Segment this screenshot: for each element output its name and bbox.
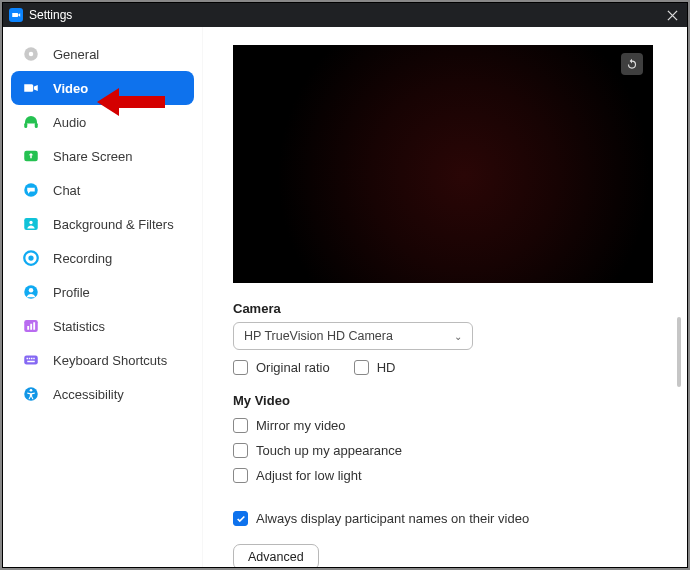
checkbox-icon xyxy=(233,360,248,375)
svg-rect-19 xyxy=(31,358,33,360)
sidebar-item-keyboard[interactable]: Keyboard Shortcuts xyxy=(11,343,194,377)
window-title: Settings xyxy=(29,8,72,22)
checkbox-icon xyxy=(233,468,248,483)
sidebar-item-general[interactable]: General xyxy=(11,37,194,71)
rotate-camera-button[interactable] xyxy=(621,53,643,75)
checkbox-label: Adjust for low light xyxy=(256,468,362,483)
close-button[interactable] xyxy=(663,6,681,24)
original-ratio-checkbox[interactable]: Original ratio xyxy=(233,360,330,375)
svg-rect-16 xyxy=(24,356,38,365)
camera-section-label: Camera xyxy=(233,301,657,316)
gear-icon xyxy=(21,44,41,64)
sidebar-item-label: Profile xyxy=(53,285,90,300)
checkbox-label: Touch up my appearance xyxy=(256,443,402,458)
hd-checkbox[interactable]: HD xyxy=(354,360,396,375)
svg-point-1 xyxy=(29,52,34,57)
svg-rect-20 xyxy=(33,358,35,360)
sidebar-item-chat[interactable]: Chat xyxy=(11,173,194,207)
svg-point-11 xyxy=(29,288,34,293)
svg-point-23 xyxy=(30,389,33,392)
checkbox-label: HD xyxy=(377,360,396,375)
sidebar-item-label: Video xyxy=(53,81,88,96)
svg-rect-17 xyxy=(27,358,29,360)
titlebar: Settings xyxy=(3,3,687,27)
camera-select[interactable]: HP TrueVision HD Camera ⌄ xyxy=(233,322,473,350)
checkbox-label: Original ratio xyxy=(256,360,330,375)
sidebar: General Video Audio Share Screen xyxy=(3,27,203,567)
app-icon xyxy=(9,8,23,22)
statistics-icon xyxy=(21,316,41,336)
chevron-down-icon: ⌄ xyxy=(454,331,462,342)
camera-select-value: HP TrueVision HD Camera xyxy=(244,329,393,343)
svg-rect-13 xyxy=(27,326,29,330)
svg-rect-14 xyxy=(30,324,32,330)
sidebar-item-label: Audio xyxy=(53,115,86,130)
svg-rect-2 xyxy=(24,123,27,128)
sidebar-item-label: Keyboard Shortcuts xyxy=(53,353,167,368)
svg-rect-21 xyxy=(27,361,35,363)
headphones-icon xyxy=(21,112,41,132)
sidebar-item-recording[interactable]: Recording xyxy=(11,241,194,275)
sidebar-item-share-screen[interactable]: Share Screen xyxy=(11,139,194,173)
background-icon xyxy=(21,214,41,234)
checkbox-icon xyxy=(233,443,248,458)
touchup-checkbox[interactable]: Touch up my appearance xyxy=(233,443,657,458)
svg-point-7 xyxy=(29,221,32,224)
recording-icon xyxy=(21,248,41,268)
my-video-section-label: My Video xyxy=(233,393,657,408)
share-screen-icon xyxy=(21,146,41,166)
video-preview xyxy=(233,45,653,283)
sidebar-item-label: Recording xyxy=(53,251,112,266)
sidebar-item-label: Statistics xyxy=(53,319,105,334)
svg-rect-15 xyxy=(33,322,35,330)
svg-point-9 xyxy=(28,255,33,260)
button-label: Advanced xyxy=(248,550,304,564)
main-panel: Camera HP TrueVision HD Camera ⌄ Origina… xyxy=(203,27,687,567)
checkbox-label: Mirror my video xyxy=(256,418,346,433)
sidebar-item-audio[interactable]: Audio xyxy=(11,105,194,139)
always-names-checkbox[interactable]: Always display participant names on thei… xyxy=(233,511,657,526)
sidebar-item-label: Accessibility xyxy=(53,387,124,402)
advanced-button[interactable]: Advanced xyxy=(233,544,319,567)
svg-rect-18 xyxy=(29,358,31,360)
profile-icon xyxy=(21,282,41,302)
sidebar-item-label: Share Screen xyxy=(53,149,133,164)
svg-rect-3 xyxy=(35,123,38,128)
sidebar-item-label: General xyxy=(53,47,99,62)
sidebar-item-video[interactable]: Video xyxy=(11,71,194,105)
checkbox-label: Always display participant names on thei… xyxy=(256,511,529,526)
video-icon xyxy=(21,78,41,98)
checkbox-icon xyxy=(354,360,369,375)
sidebar-item-label: Background & Filters xyxy=(53,217,174,232)
checkbox-icon xyxy=(233,511,248,526)
sidebar-item-statistics[interactable]: Statistics xyxy=(11,309,194,343)
accessibility-icon xyxy=(21,384,41,404)
lowlight-checkbox[interactable]: Adjust for low light xyxy=(233,468,657,483)
sidebar-item-profile[interactable]: Profile xyxy=(11,275,194,309)
chat-icon xyxy=(21,180,41,200)
sidebar-item-accessibility[interactable]: Accessibility xyxy=(11,377,194,411)
mirror-checkbox[interactable]: Mirror my video xyxy=(233,418,657,433)
sidebar-item-background[interactable]: Background & Filters xyxy=(11,207,194,241)
keyboard-icon xyxy=(21,350,41,370)
scrollbar[interactable] xyxy=(677,317,681,387)
checkbox-icon xyxy=(233,418,248,433)
sidebar-item-label: Chat xyxy=(53,183,80,198)
